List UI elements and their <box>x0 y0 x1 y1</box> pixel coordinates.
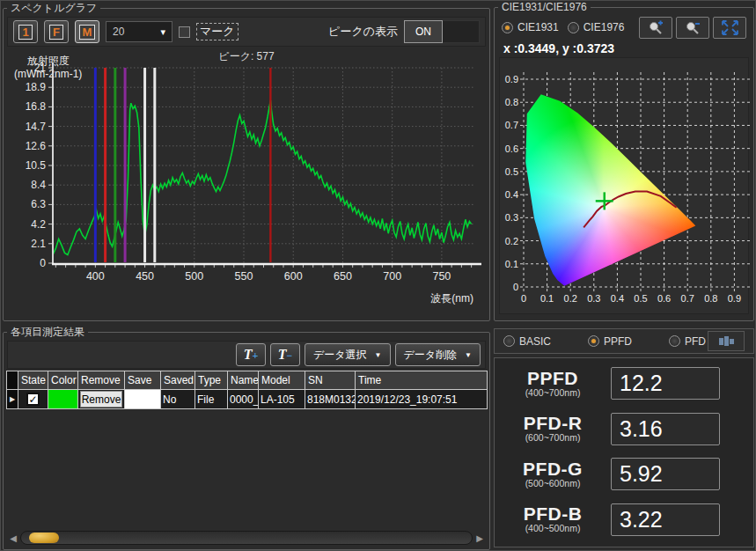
spectrum-chart: ピーク: 577 放射照度 (mWm-2nm-1) 2118.916.814.7… <box>7 48 486 314</box>
data-delete-button[interactable]: データ削除 ▼ <box>395 343 481 366</box>
text-add-button[interactable]: T+ <box>236 343 266 366</box>
view-m-icon: M <box>79 25 96 40</box>
pfd-b-row: PFD-B(400~500nm) 3.22 <box>495 503 753 536</box>
col-header-time[interactable]: Time <box>356 371 488 390</box>
minus-icon: − <box>287 349 293 362</box>
fit-view-button[interactable] <box>713 17 746 39</box>
cie-controls: CIE1931 CIE1976 <box>498 14 750 40</box>
pfd-r-value: 3.16 <box>611 413 720 445</box>
col-header-state[interactable]: State <box>18 371 48 390</box>
table-row[interactable]: ▶✓RemoveNoFile0000_VLA-105818M01322019/1… <box>7 390 488 409</box>
radio-ppfd[interactable]: PPFD <box>588 335 632 348</box>
scrollbar-thumb[interactable] <box>29 533 59 543</box>
zoom-out-button[interactable] <box>676 17 709 39</box>
y-tick-label: 4.2 <box>31 218 46 231</box>
results-panel-title: 各項目測定結果 <box>7 325 88 340</box>
radio-cie1931[interactable]: CIE1931 <box>502 21 559 33</box>
radio-pfd[interactable]: PFD <box>669 335 706 348</box>
col-header-remove[interactable]: Remove <box>78 371 125 390</box>
cie-coordinates: x :0.3449, y :0.3723 <box>503 41 752 55</box>
remove-button[interactable]: Remove <box>80 391 122 408</box>
cie-y-tick-label: 0.3 <box>505 212 518 223</box>
radio-cie1976[interactable]: CIE1976 <box>568 21 625 33</box>
pfd-panel: BASIC PPFD PFD PPFD(400~700nm) 12.2 PFD-… <box>494 328 754 549</box>
panel-view-button[interactable] <box>708 331 745 351</box>
cie-x-tick-label: 0.8 <box>704 293 717 304</box>
remove-cell: Remove <box>78 390 125 409</box>
state-checkbox[interactable]: ✓ <box>26 393 40 406</box>
x-axis-label: 波長(nm) <box>430 291 473 306</box>
horizontal-scrollbar[interactable]: ◀ ▶ <box>8 530 485 546</box>
view-f-button[interactable]: F <box>44 20 69 43</box>
col-header-color[interactable]: Color <box>48 371 78 390</box>
col-header-model[interactable]: Model <box>259 371 305 390</box>
scrollbar-track[interactable] <box>20 531 473 545</box>
app-window: スペクトルグラフ 1 F M 20 ▾ マーク ピークの表示 ON ピーク: 5… <box>0 0 756 551</box>
time-cell: 2019/12/23_19:07:51 <box>356 390 488 409</box>
text-remove-button[interactable]: T− <box>270 343 300 366</box>
cie-y-tick-label: 0.5 <box>505 166 518 177</box>
pfd-b-label: PFD-B <box>495 505 611 523</box>
scroll-left-icon[interactable]: ◀ <box>8 533 18 543</box>
x-tick-label: 600 <box>284 270 303 283</box>
cie-x-tick-label: 0.2 <box>564 293 577 304</box>
cie-x-tick-label: 0.1 <box>540 293 554 304</box>
state-cell[interactable]: ✓ <box>18 390 48 409</box>
magnifier-plus-icon <box>647 20 664 35</box>
y-tick-label: 14.7 <box>26 121 47 133</box>
interval-value: 20 <box>113 26 124 38</box>
row-marker-header <box>7 371 18 390</box>
cie-x-tick-label: 0.5 <box>634 293 647 304</box>
spectrum-graph-panel: スペクトルグラフ 1 F M 20 ▾ マーク ピークの表示 ON ピーク: 5… <box>3 1 490 321</box>
row-marker-cell: ▶ <box>7 390 18 409</box>
interval-dropdown[interactable]: 20 ▾ <box>106 21 172 42</box>
peak-display-label: ピークの表示 <box>328 24 398 40</box>
cie-y-tick-label: 0.6 <box>505 143 518 154</box>
data-select-button[interactable]: データ選択 ▼ <box>305 343 390 366</box>
expand-arrows-icon <box>722 20 738 35</box>
y-tick-label: 2.1 <box>31 238 46 250</box>
view-1-button[interactable]: 1 <box>13 20 38 43</box>
x-tick-label: 700 <box>383 270 401 283</box>
pfd-g-label: PFD-G <box>495 460 611 478</box>
cie-x-tick-label: 0.7 <box>681 293 694 304</box>
dropdown-arrow-icon: ▼ <box>465 351 472 359</box>
save-cell[interactable] <box>125 390 161 409</box>
view-m-button[interactable]: M <box>75 20 99 43</box>
y-tick-label: 21 <box>34 62 47 74</box>
pfd-b-value: 3.22 <box>611 503 720 536</box>
ppfd-value: 12.2 <box>611 367 720 400</box>
peak-toggle-on[interactable]: ON <box>404 20 443 43</box>
y-tick-label: 8.4 <box>31 179 46 191</box>
x-tick-label: 650 <box>334 270 352 283</box>
cie-x-tick-label: 0.4 <box>611 293 624 304</box>
radio-basic[interactable]: BASIC <box>503 335 551 348</box>
peak-toggle-off[interactable] <box>443 20 480 43</box>
color-cell[interactable] <box>48 390 78 409</box>
peak-display-toggle[interactable]: ON <box>404 20 480 43</box>
cie-x-tick-label: 0.6 <box>657 293 671 304</box>
col-header-type[interactable]: Type <box>195 371 228 390</box>
scroll-right-icon[interactable]: ▶ <box>474 533 485 543</box>
pfd-values: PPFD(400~700nm) 12.2 PFD-R(600~700nm) 3.… <box>494 357 754 547</box>
col-header-name[interactable]: Name <box>228 371 259 390</box>
zoom-in-button[interactable] <box>639 17 672 39</box>
pfd-g-row: PFD-G(500~600nm) 5.92 <box>495 458 753 490</box>
magnifier-minus-icon <box>684 20 701 35</box>
cie-y-tick-label: 0.8 <box>505 97 518 107</box>
mark-checkbox[interactable] <box>179 26 190 38</box>
col-header-save[interactable]: Save <box>125 371 161 390</box>
view-f-icon: F <box>49 25 63 40</box>
x-tick-label: 550 <box>235 270 253 283</box>
cie-y-tick-label: 0.4 <box>505 189 518 200</box>
view-1-icon: 1 <box>18 25 32 40</box>
cie-y-tick-label: 0.1 <box>505 259 518 269</box>
model-cell: LA-105 <box>259 390 305 409</box>
col-header-saved[interactable]: Saved <box>161 371 195 390</box>
name-cell: 0000_V <box>228 390 259 409</box>
col-header-sn[interactable]: SN <box>305 371 356 390</box>
mark-label[interactable]: マーク <box>196 23 239 40</box>
results-toolbar: T+ T− データ選択 ▼ データ削除 ▼ <box>7 341 486 369</box>
y-tick-label: 12.6 <box>26 140 47 152</box>
cie-panel-title: CIE1931/CIE1976 <box>498 1 591 13</box>
